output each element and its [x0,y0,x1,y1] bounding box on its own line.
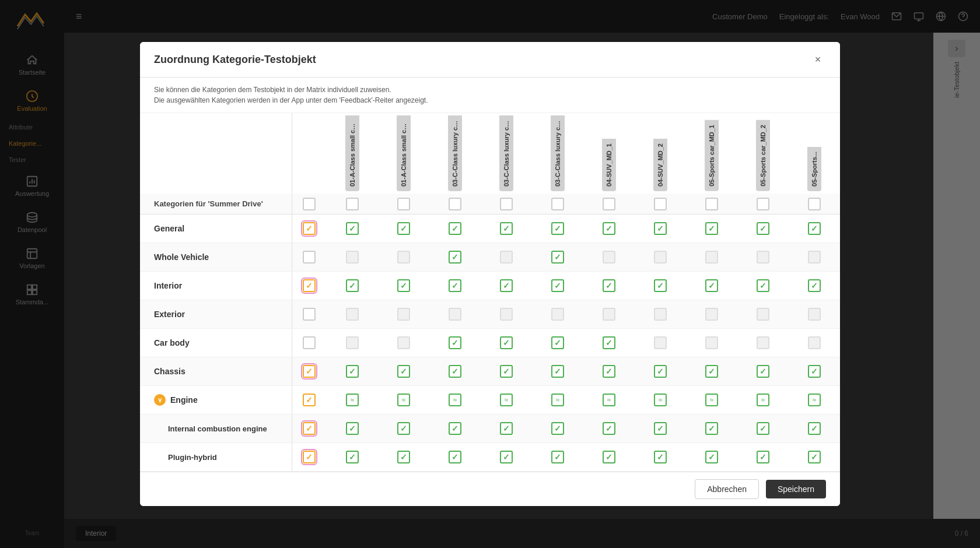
row-car-body: Car body ✓ ✓ ✓ ✓ [140,329,840,357]
internal-combustion-label: Internal combustion engine [168,424,267,433]
row-chassis: Chassis ✓ ✓ ✓ ✓ ✓ ✓ ✓ ✓ ✓ ✓ ✓ [140,357,840,386]
chassis-first-check[interactable]: ✓ [292,357,327,386]
interior-label: Interior [154,281,182,290]
general-label: General [154,224,184,233]
engine-first-check[interactable]: ✓ [292,386,327,414]
first-check-col-header [292,113,327,194]
col-header-4: 03-C-Class luxury car... [532,113,583,194]
car-body-first-check[interactable] [292,329,327,357]
interior-first-check[interactable]: ✓ [292,272,327,300]
section-header-row: Kategorien für 'Summer Drive' [140,194,840,215]
table-body: Kategorien für 'Summer Drive' [140,194,840,472]
whole-vehicle-label: Whole Vehicle [154,252,209,262]
col-header-7: 05-Sports car_MD_1 [686,113,737,194]
col-label-9: 05-Sports... [807,147,821,191]
modal-description: Sie können die Kategorien dem Testobjekt… [140,78,840,113]
row-engine: ∨ Engine ✓ ≈ ≈ ≈ ≈ ≈ ≈ ≈ ≈ ≈ [140,386,840,414]
general-first-check[interactable]: ✓ [292,215,327,243]
col-header-6: 04-SUV_MD_2 [635,113,686,194]
description-line2: Die ausgewählten Kategorien werden in de… [154,95,826,106]
row-internal-combustion: Internal combustion engine ✓ ✓ ✓ ✓ ✓ ✓ ✓… [140,414,840,443]
modal-footer: Abbrechen Speichern [140,472,840,506]
col-label-8: 05-Sports car_MD_2 [756,120,770,191]
col-header-2: 03-C-Class luxury car... [429,113,481,194]
modal-close-button[interactable]: × [810,51,826,68]
modal-body: Sie können die Kategorien dem Testobjekt… [140,78,840,472]
category-col-header [140,113,292,194]
section-title: Kategorien für 'Summer Drive' [140,194,292,215]
col-header-9: 05-Sports... [789,113,840,194]
table-container[interactable]: 01-A-Class small car... 01-A-Class small… [140,113,840,472]
modal: Zuordnung Kategorie-Testobjekt × Sie kön… [140,42,840,506]
col-label-1: 01-A-Class small car... [397,115,411,191]
engine-expand-icon[interactable]: ∨ [154,394,166,406]
col-header-8: 05-Sports car_MD_2 [737,113,789,194]
column-header-row: 01-A-Class small car... 01-A-Class small… [140,113,840,194]
save-button[interactable]: Speichern [766,480,826,498]
col-header-0: 01-A-Class small car... [327,113,378,194]
col-label-7: 05-Sports car_MD_1 [705,120,719,191]
category-table: 01-A-Class small car... 01-A-Class small… [140,113,840,472]
whole-vehicle-first-check[interactable] [292,243,327,272]
col-header-5: 04-SUV_MD_1 [583,113,635,194]
row-interior: Interior ✓ ✓ ✓ ✓ ✓ ✓ ✓ ✓ ✓ ✓ ✓ [140,272,840,300]
exterior-first-check[interactable] [292,300,327,329]
section-header-check[interactable] [292,194,327,215]
col-label-0: 01-A-Class small car... [345,115,359,191]
chassis-label: Chassis [154,367,186,376]
plugin-hybrid-first-check[interactable]: ✓ [292,443,327,472]
exterior-label: Exterior [154,310,185,319]
col-label-2: 03-C-Class luxury car... [448,115,462,191]
col-label-6: 04-SUV_MD_2 [653,139,667,191]
col-header-3: 03-C-Class luxury car... [481,113,532,194]
col-label-3: 03-C-Class luxury car... [499,115,513,191]
car-body-label: Car body [154,338,190,347]
internal-combustion-first-check[interactable]: ✓ [292,414,327,443]
row-whole-vehicle: Whole Vehicle ✓ ✓ [140,243,840,272]
description-line1: Sie können die Kategorien dem Testobjekt… [154,85,826,95]
modal-header: Zuordnung Kategorie-Testobjekt × [140,42,840,78]
plugin-hybrid-label: Plugin-hybrid [168,453,217,462]
col-label-5: 04-SUV_MD_1 [602,139,616,191]
row-exterior: Exterior [140,300,840,329]
col-header-1: 01-A-Class small car... [378,113,429,194]
modal-title: Zuordnung Kategorie-Testobjekt [154,54,316,66]
cancel-button[interactable]: Abbrechen [695,479,759,499]
row-general: General ✓ ✓ ✓ ✓ ✓ ✓ ✓ ✓ ✓ ✓ ✓ [140,215,840,243]
engine-label: Engine [170,395,198,405]
row-plugin-hybrid: Plugin-hybrid ✓ ✓ ✓ ✓ ✓ ✓ ✓ ✓ ✓ ✓ ✓ [140,443,840,472]
col-label-4: 03-C-Class luxury car... [551,115,565,191]
